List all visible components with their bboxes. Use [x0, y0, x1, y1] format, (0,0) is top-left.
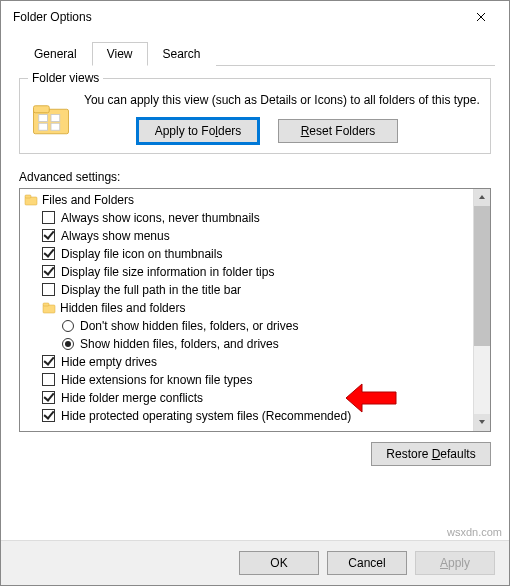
tree-row-label: Hide empty drives — [61, 355, 157, 369]
apply-button[interactable]: Apply — [415, 551, 495, 575]
dialog-content: General View Search Folder views You can… — [1, 33, 509, 540]
tab-strip: General View Search — [19, 41, 495, 66]
svg-rect-9 — [43, 303, 49, 306]
scrollbar[interactable] — [473, 189, 490, 431]
dialog-footer: OK Cancel Apply — [1, 540, 509, 585]
radio[interactable] — [62, 320, 74, 332]
tree-row-label: Display the full path in the title bar — [61, 283, 241, 297]
advanced-settings-label: Advanced settings: — [19, 170, 491, 184]
svg-rect-5 — [51, 123, 60, 130]
checkbox[interactable] — [42, 283, 55, 296]
tree-row[interactable]: Hide extensions for known file types — [20, 371, 473, 389]
tree-row[interactable]: Display file icon on thumbnails — [20, 245, 473, 263]
svg-rect-4 — [39, 123, 48, 130]
tree-row-label: Hide extensions for known file types — [61, 373, 252, 387]
reset-folders-button[interactable]: Reset Folders — [278, 119, 398, 143]
tree-row-label: Always show menus — [61, 229, 170, 243]
tree-row-label: Hide folder merge conflicts — [61, 391, 203, 405]
tree-row-label: Display file size information in folder … — [61, 265, 274, 279]
tab-view[interactable]: View — [92, 42, 148, 66]
window-title: Folder Options — [9, 10, 461, 24]
checkbox[interactable] — [42, 409, 55, 422]
tree-row-label: Show hidden files, folders, and drives — [80, 337, 279, 351]
restore-defaults-button[interactable]: Restore Defaults — [371, 442, 491, 466]
tree-row: Hidden files and folders — [20, 299, 473, 317]
checkbox[interactable] — [42, 247, 55, 260]
folder-icon — [42, 301, 56, 315]
svg-rect-3 — [51, 115, 60, 122]
tree-row[interactable]: Display file size information in folder … — [20, 263, 473, 281]
tree-row-label: Hide protected operating system files (R… — [61, 409, 351, 423]
tree-row[interactable]: Display the full path in the title bar — [20, 281, 473, 299]
checkbox[interactable] — [42, 265, 55, 278]
folder-icon — [24, 193, 38, 207]
apply-to-folders-button[interactable]: Apply to Folders — [138, 119, 258, 143]
ok-button[interactable]: OK — [239, 551, 319, 575]
titlebar: Folder Options — [1, 1, 509, 33]
checkbox[interactable] — [42, 391, 55, 404]
tab-search[interactable]: Search — [148, 42, 216, 66]
checkbox[interactable] — [42, 229, 55, 242]
scroll-thumb[interactable] — [474, 206, 490, 346]
tree-row-label: Always show icons, never thumbnails — [61, 211, 260, 225]
tab-general[interactable]: General — [19, 42, 92, 66]
close-icon — [476, 12, 486, 22]
checkbox[interactable] — [42, 355, 55, 368]
tree-row-label: Display file icon on thumbnails — [61, 247, 222, 261]
folder-views-icon — [30, 97, 72, 139]
tree-row[interactable]: Always show icons, never thumbnails — [20, 209, 473, 227]
advanced-settings-tree: Files and FoldersAlways show icons, neve… — [19, 188, 491, 432]
checkbox[interactable] — [42, 211, 55, 224]
close-button[interactable] — [461, 3, 501, 31]
svg-rect-7 — [25, 195, 31, 198]
scroll-up-button[interactable] — [474, 189, 490, 206]
cancel-button[interactable]: Cancel — [327, 551, 407, 575]
tree-row-label: Files and Folders — [42, 193, 134, 207]
tree-row-label: Don't show hidden files, folders, or dri… — [80, 319, 298, 333]
tree-row[interactable]: Don't show hidden files, folders, or dri… — [20, 317, 473, 335]
radio[interactable] — [62, 338, 74, 350]
svg-rect-2 — [39, 115, 48, 122]
folder-views-label: Folder views — [28, 71, 103, 85]
folder-views-text: You can apply this view (such as Details… — [84, 93, 480, 109]
tree-row-label: Hidden files and folders — [60, 301, 185, 315]
tree-row[interactable]: Hide folder merge conflicts — [20, 389, 473, 407]
scroll-down-button[interactable] — [474, 414, 490, 431]
checkbox[interactable] — [42, 373, 55, 386]
folder-views-group: Folder views You can apply this view (su… — [19, 78, 491, 154]
tree-row[interactable]: Hide protected operating system files (R… — [20, 407, 473, 425]
tree-list[interactable]: Files and FoldersAlways show icons, neve… — [20, 189, 473, 431]
tree-row[interactable]: Always show menus — [20, 227, 473, 245]
tree-row: Files and Folders — [20, 191, 473, 209]
tree-row[interactable]: Hide empty drives — [20, 353, 473, 371]
tree-row[interactable]: Show hidden files, folders, and drives — [20, 335, 473, 353]
svg-rect-1 — [34, 106, 50, 113]
watermark: wsxdn.com — [447, 526, 502, 538]
folder-options-dialog: Folder Options General View Search Folde… — [0, 0, 510, 586]
